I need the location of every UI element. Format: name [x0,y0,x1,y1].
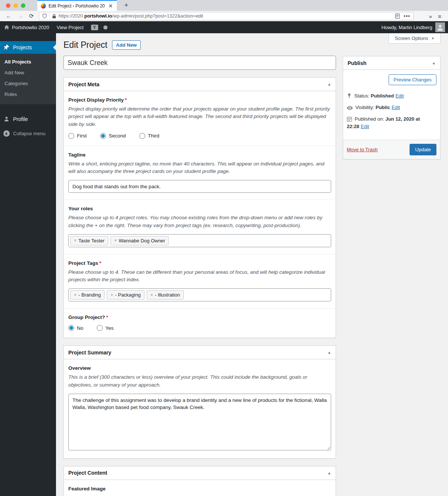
edit-status-link[interactable]: Edit [395,93,404,99]
radio-second[interactable]: Second [100,133,126,139]
sidebar-item-all-projects[interactable]: All Projects [0,56,56,67]
admin-content-area: Screen Options ▼ Edit Project Add New Pr… [56,33,448,496]
new-tab-button[interactable]: + [122,1,131,9]
tab-close-icon[interactable]: ✕ [108,3,113,9]
radio-circle-checked[interactable] [68,325,74,331]
project-title-input[interactable] [63,56,336,70]
avatar[interactable] [435,22,445,32]
window-zoom-button[interactable] [21,3,25,8]
sidebar-projects-label: Projects [13,44,32,50]
field-description: Project display priority will determine … [68,105,331,128]
sidebar-item-roles[interactable]: Roles [0,89,56,100]
project-tag-label: - Illustration [155,292,180,298]
window-minimize-button[interactable] [13,3,18,8]
browser-toolbar: ← → ⟳ https://2020.portshowl.io/wp-admin… [0,11,448,21]
browser-tab-bar: Edit Project ‹ Portshowlio 2020 ✕ + [0,0,448,11]
field-label: Featured Image [68,486,331,492]
remove-tag-icon[interactable]: × [114,238,117,243]
reader-view-icon[interactable] [395,13,400,19]
radio-label: No [77,325,83,331]
field-description: Featured images will be displayed as a c… [68,494,331,496]
collapse-toggle-icon[interactable]: ▲ [327,82,331,86]
field-label: Project Tags* [68,260,331,266]
field-label: Overview [68,365,331,371]
adminbar-howdy[interactable]: Howdy, Martin Lindberg [382,25,432,30]
roles-select-input[interactable]: × Taste Tester × Wannabe Dog Owner [68,234,331,247]
tags-select-input[interactable]: × - Branding × - Packaging × - Illustrat… [68,288,331,301]
field-project-tags: Project Tags* Please choose up to 4. The… [64,254,336,309]
sidebar-item-categories[interactable]: Categories [0,78,56,89]
field-description: Please choose up to 4 project roles. You… [68,214,331,229]
radio-third[interactable]: Third [139,133,159,139]
collapse-toggle-icon[interactable]: ▲ [327,471,331,475]
home-icon [4,24,10,30]
url-prefix: https://2020. [59,13,84,19]
radio-first[interactable]: First [68,133,87,139]
radio-no[interactable]: No [68,325,83,331]
sidebar-item-collapse-menu[interactable]: Collapse menu [0,127,56,140]
url-path: /wp-admin/post.php?post=1322&action=edit [112,13,203,19]
collapse-toggle-icon[interactable]: ▲ [327,350,331,354]
remove-tag-icon[interactable]: × [150,292,153,298]
field-label: Your roles [68,206,331,211]
remove-tag-icon[interactable]: × [74,238,77,243]
browser-tab[interactable]: Edit Project ‹ Portshowlio 2020 ✕ [37,0,117,11]
add-new-button[interactable]: Add New [112,40,141,50]
published-on-row: Published on: Jun 12, 2020 at 22:28Edit [347,115,436,130]
field-overview: Overview This is a brief (300 characters… [64,359,336,458]
sidebar-item-projects[interactable]: Projects [0,41,56,54]
field-label: Project Display Priority* [68,97,331,103]
update-button[interactable]: Update [410,144,436,155]
project-summary-box: Project Summary ▲ Overview This is a bri… [63,345,336,459]
adminbar-site-menu[interactable]: Portshowlio 2020 [0,21,53,33]
radio-circle[interactable] [97,325,103,331]
radio-yes[interactable]: Yes [97,325,113,331]
remove-tag-icon[interactable]: × [74,292,77,298]
radio-circle[interactable] [139,133,145,139]
toolbar-overflow-icon[interactable]: » [429,13,432,19]
browser-menu-icon[interactable]: ≡ [438,13,441,19]
reload-icon[interactable]: ⟳ [29,13,34,19]
project-tag-label: - Branding [78,292,101,298]
preview-changes-button[interactable]: Preview Changes [389,74,436,85]
sidebar-item-add-new[interactable]: Add New [0,67,56,78]
visibility-row: Visibility: PublicEdit [347,104,436,111]
field-your-roles: Your roles Please choose up to 4 project… [64,199,336,254]
back-icon[interactable]: ← [6,13,12,19]
project-tag: × - Illustration [147,290,184,300]
adminbar-view-project[interactable]: View Project [53,21,87,33]
required-asterisk: * [125,97,127,103]
shield-icon[interactable] [42,13,47,19]
lock-icon[interactable] [52,14,56,19]
page-actions-icon[interactable]: ••• [404,13,410,19]
url-bar[interactable]: https://2020.portshowl.io/wp-admin/post.… [39,12,414,20]
field-group-project: Group Project?* No Yes [64,308,336,338]
status-label: Status: [354,93,369,99]
project-meta-box: Project Meta ▲ Project Display Priority*… [63,77,336,338]
project-content-title: Project Content [68,470,107,476]
wp-admin-bar: Portshowlio 2020 View Project Y Howdy, M… [0,21,448,33]
edit-visibility-link[interactable]: Edit [392,105,400,110]
tab-title: Edit Project ‹ Portshowlio 2020 [49,3,105,9]
adminbar-yoast-menu[interactable]: Y [87,21,111,33]
tagline-input[interactable] [68,180,331,193]
overview-textarea[interactable]: The challenge of this assignment was to … [68,394,331,450]
forward-icon[interactable]: → [18,13,23,19]
site-favicon [41,3,46,9]
chevron-down-icon: ▼ [431,37,435,40]
field-label: Group Project?* [68,314,331,320]
sidebar-item-profile[interactable]: Profile [0,112,56,125]
move-to-trash-link[interactable]: Move to Trash [347,147,377,152]
project-summary-title: Project Summary [68,350,111,356]
screen-options-tab[interactable]: Screen Options ▼ [389,33,441,44]
edit-published-link[interactable]: Edit [361,124,369,129]
radio-circle-checked[interactable] [100,133,106,139]
project-tag: × - Branding [70,290,105,300]
collapse-toggle-icon[interactable]: ▲ [432,61,436,65]
remove-tag-icon[interactable]: × [111,292,113,298]
window-close-button[interactable] [6,3,10,8]
adminbar-site-name: Portshowlio 2020 [12,25,49,30]
url-text: https://2020.portshowl.io/wp-admin/post.… [59,13,393,19]
field-description: Please choose up to 4. These can be diff… [68,269,331,284]
radio-circle[interactable] [68,133,74,139]
